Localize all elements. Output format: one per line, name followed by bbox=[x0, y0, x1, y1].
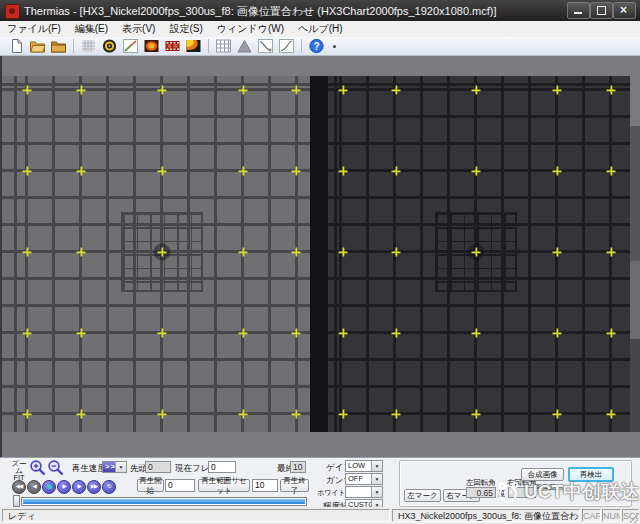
skip-start-button[interactable]: ◀◀ bbox=[12, 480, 26, 494]
play-button-glyph-icon: ▶ bbox=[62, 484, 65, 490]
chevron-down-icon: ▼ bbox=[115, 462, 126, 472]
range-reset-button[interactable]: 再生範囲リセット bbox=[198, 479, 250, 492]
right-image-marker-cross bbox=[553, 248, 562, 257]
right-image-marker-cross bbox=[553, 167, 562, 176]
zoom-in-button[interactable] bbox=[29, 459, 46, 476]
target-icon[interactable] bbox=[101, 38, 118, 54]
left-mark-button[interactable]: 左マーク bbox=[404, 489, 441, 502]
left-image-marker-cross bbox=[77, 167, 86, 176]
menu-item-5[interactable]: ヘルプ(H) bbox=[291, 21, 350, 37]
composite-image-button[interactable]: 合成画像 bbox=[521, 468, 564, 481]
range-end-field[interactable]: 10 bbox=[252, 479, 278, 492]
timeline-slider-fill bbox=[23, 499, 305, 504]
first-frame-field[interactable]: 0 bbox=[145, 461, 171, 473]
playback-buttons: ◀◀◀■▶▶▶▶↻ bbox=[12, 480, 116, 494]
gain-select[interactable]: LOW▼ bbox=[345, 460, 383, 472]
left-image[interactable] bbox=[2, 76, 310, 432]
timeline-slider-handle[interactable] bbox=[13, 495, 20, 507]
right-image-marker-cross bbox=[339, 329, 348, 338]
step-back-button-glyph-icon: ◀ bbox=[32, 484, 35, 490]
left-image-marker-cross bbox=[77, 329, 86, 338]
thermal-palette-icon[interactable] bbox=[185, 38, 202, 54]
svg-text:?: ? bbox=[313, 41, 319, 52]
menu-item-3[interactable]: 設定(S) bbox=[162, 21, 209, 37]
title-bar: Thermias - [HX3_Nickel2000fps_300us_f8: … bbox=[0, 0, 640, 22]
right-image[interactable] bbox=[328, 76, 630, 432]
status-num: NUM bbox=[602, 509, 621, 522]
gamma-select[interactable]: OFF▼ bbox=[345, 473, 383, 485]
help-icon[interactable]: ? bbox=[308, 38, 325, 54]
step-forward-button-glyph-icon: ▶ bbox=[77, 484, 80, 490]
line-chart-icon[interactable] bbox=[122, 38, 139, 54]
curve-b-icon[interactable] bbox=[278, 38, 295, 54]
right-edge-strip bbox=[630, 76, 640, 432]
new-document-icon[interactable] bbox=[8, 38, 25, 54]
left-image-marker-cross bbox=[239, 329, 248, 338]
left-image-marker-cross bbox=[23, 86, 32, 95]
image-rotation-label: 画像回転 bbox=[534, 483, 564, 493]
resize-grip[interactable] bbox=[629, 513, 639, 523]
menu-item-0[interactable]: ファイル(F) bbox=[0, 21, 68, 37]
skip-start-button-glyph-icon: ◀◀ bbox=[16, 484, 22, 490]
image-viewport bbox=[0, 56, 640, 457]
left-image-marker-cross bbox=[292, 410, 301, 419]
right-image-marker-cross bbox=[472, 167, 481, 176]
control-panel: ズーム FIT 再生速度 >>>▼ 先頭 0 現在フレーム 0 最終 10 ◀◀… bbox=[0, 457, 640, 508]
right-image-marker-cross bbox=[392, 329, 401, 338]
play-start-field[interactable]: 0 bbox=[165, 479, 195, 492]
image-gap bbox=[310, 76, 328, 432]
play-start-button[interactable]: 再生開始 bbox=[137, 479, 164, 492]
right-image-marker-cross bbox=[339, 86, 348, 95]
step-back-button[interactable]: ◀ bbox=[27, 480, 41, 494]
menu-item-4[interactable]: ウィンドウ(W) bbox=[210, 21, 291, 37]
zoom-out-button[interactable] bbox=[47, 459, 64, 476]
menu-item-1[interactable]: 編集(E) bbox=[68, 21, 115, 37]
menu-item-2[interactable]: 表示(V) bbox=[115, 21, 162, 37]
loop-button[interactable]: ↻ bbox=[102, 480, 116, 494]
thermal-image-icon[interactable] bbox=[143, 38, 160, 54]
calib-grid-disabled-icon[interactable] bbox=[80, 38, 97, 54]
play-speed-select[interactable]: >>>▼ bbox=[102, 461, 127, 473]
open-folder-icon[interactable] bbox=[29, 38, 46, 54]
right-rotation-field[interactable] bbox=[508, 487, 536, 498]
curve-a-icon[interactable] bbox=[257, 38, 274, 54]
chevron-down-icon: ▼ bbox=[371, 474, 382, 484]
profile-triangle-icon[interactable] bbox=[236, 38, 253, 54]
play-end-button[interactable]: 再生終了 bbox=[280, 479, 309, 492]
app-icon bbox=[5, 4, 20, 19]
play-speed-label: 再生速度 bbox=[72, 463, 106, 475]
left-rotation-field[interactable]: 0.65 bbox=[466, 487, 496, 498]
stop-button-glyph-icon: ■ bbox=[47, 484, 51, 490]
right-image-marker-cross bbox=[607, 86, 616, 95]
grid-icon[interactable] bbox=[215, 38, 232, 54]
left-image-marker-cross bbox=[23, 329, 32, 338]
last-frame-field[interactable]: 10 bbox=[290, 461, 306, 473]
timeline-slider[interactable] bbox=[21, 497, 307, 506]
toolbar-separator bbox=[208, 39, 209, 53]
left-image-marker-cross bbox=[23, 167, 32, 176]
film-strip-icon[interactable] bbox=[164, 38, 181, 54]
toolbar-separator bbox=[301, 39, 302, 53]
right-image-marker-cross bbox=[392, 248, 401, 257]
status-bar: レディ HX3_Nickel2000fps_300us_f8: 画像位置合わせ … bbox=[0, 507, 640, 524]
step-forward-button[interactable]: ▶ bbox=[72, 480, 86, 494]
right-image-marker-cross bbox=[339, 248, 348, 257]
close-button[interactable] bbox=[613, 2, 636, 19]
minimize-button[interactable] bbox=[567, 2, 590, 19]
right-image-marker-cross bbox=[472, 248, 481, 257]
white-balance-select[interactable]: ▼ bbox=[345, 486, 383, 498]
play-button[interactable]: ▶ bbox=[57, 480, 71, 494]
restore-button[interactable] bbox=[590, 2, 613, 19]
stop-button[interactable]: ■ bbox=[42, 480, 56, 494]
left-image-marker-cross bbox=[239, 167, 248, 176]
right-image-marker-cross bbox=[472, 329, 481, 338]
skip-end-button[interactable]: ▶▶ bbox=[87, 480, 101, 494]
current-frame-field[interactable]: 0 bbox=[208, 461, 236, 473]
left-image-marker-cross bbox=[77, 248, 86, 257]
redetect-button[interactable]: 再検出 bbox=[568, 467, 614, 482]
right-image-marker-cross bbox=[607, 329, 616, 338]
menu-bar: ファイル(F)編集(E)表示(V)設定(S)ウィンドウ(W)ヘルプ(H) bbox=[0, 21, 640, 38]
toolbar-overflow-dot bbox=[333, 45, 336, 48]
save-folder-icon[interactable] bbox=[50, 38, 67, 54]
skip-end-button-glyph-icon: ▶▶ bbox=[91, 484, 97, 490]
